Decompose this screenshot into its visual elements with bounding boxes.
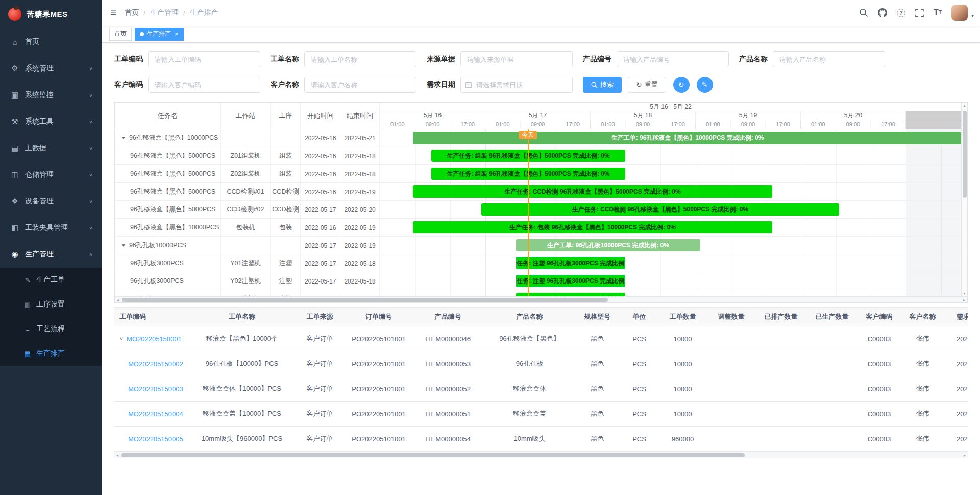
- breadcrumb-item[interactable]: 首页: [125, 8, 139, 17]
- gantt-task-row[interactable]: 96孔孔板3000PCSY03注塑机注塑2022-05-172022-05-18: [115, 290, 380, 296]
- orders-cell: C00003: [857, 410, 901, 418]
- order-name-input[interactable]: [304, 51, 416, 67]
- refresh-button[interactable]: ↻: [673, 77, 690, 93]
- gantt-task-row[interactable]: 96孔移液盒【黑色】5000PCSCCD检测#01CCD检测2022-05-16…: [115, 183, 380, 201]
- customer-name-input[interactable]: [304, 77, 416, 93]
- sidebar-subitem-process-route[interactable]: ≡工艺流程: [0, 317, 102, 341]
- gantt-bar-task[interactable]: 生产任务: 注塑 96孔孔板3000PCS 完成比例: 0%: [516, 293, 625, 296]
- logo[interactable]: 苦糖果MES: [0, 0, 102, 29]
- edit-button[interactable]: ✎: [697, 77, 713, 93]
- gantt-task-row[interactable]: 96孔移液盒【黑色】10000PCS包装机包装2022-05-162022-05…: [115, 219, 380, 237]
- sidebar-item-system-monitor[interactable]: ▣系统监控∨: [0, 82, 102, 108]
- gantt-bar-task[interactable]: 生产任务: 包装 96孔移液盒【黑色】10000PCS 完成比例: 0%: [413, 221, 772, 233]
- filter-field-order-code: 工单编码: [114, 51, 260, 67]
- scroll-down-icon[interactable]: ▼: [962, 292, 967, 295]
- menu-fold-icon[interactable]: ≡: [102, 0, 125, 26]
- order-code-link[interactable]: MO202205150004: [128, 410, 183, 418]
- source-doc-input[interactable]: [460, 51, 573, 67]
- gantt-bar-task[interactable]: 生产任务: CCD检测 96孔移液盒【黑色】5000PCS 完成比例: 0%: [413, 185, 772, 198]
- scroll-right-icon[interactable]: ▸: [961, 297, 967, 303]
- sidebar-subitem-process-setup[interactable]: ▥工序设置: [0, 292, 102, 317]
- gantt-task-row[interactable]: ▼96孔孔板10000PCS2022-05-172022-05-19: [115, 237, 380, 254]
- orders-horizontal-scrollbar[interactable]: ◂ ▸: [114, 452, 968, 458]
- demand-date-input[interactable]: [460, 77, 573, 93]
- order-code-link[interactable]: MO202205150001: [127, 335, 182, 343]
- gantt-task-row[interactable]: 96孔移液盒【黑色】5000PCSCCD检测#02CCD检测2022-05-17…: [115, 201, 380, 219]
- gantt-horizontal-scrollbar[interactable]: ◂ ▸: [115, 296, 967, 302]
- order-code-link[interactable]: MO202205150003: [128, 385, 183, 393]
- task-station: Z01组装机: [221, 147, 271, 165]
- scroll-up-icon[interactable]: ▲: [962, 104, 967, 107]
- caret-down-icon[interactable]: ▼: [121, 243, 126, 248]
- order-code-link[interactable]: MO202205150005: [128, 435, 183, 443]
- orders-cell: PO202205101001: [347, 410, 411, 418]
- github-icon[interactable]: [878, 8, 887, 17]
- scrollbar-thumb[interactable]: [963, 111, 967, 198]
- sidebar-item-fixture[interactable]: ◧工装夹具管理∨: [0, 215, 102, 241]
- reset-button[interactable]: ↻重置: [628, 77, 666, 93]
- content: 工单编码工单名称来源单据产品编号产品名称客户编码客户名称需求日期搜索↻重置↻✎ …: [102, 43, 980, 495]
- sidebar-item-system-mgmt[interactable]: ⚙系统管理∨: [0, 55, 102, 82]
- task-name-text: 96孔移液盒【黑色】10000PCS: [129, 134, 218, 143]
- sidebar-item-equipment[interactable]: ❖设备管理∨: [0, 188, 102, 215]
- gantt-task-row[interactable]: 96孔移液盒【黑色】5000PCSZ01组装机组装2022-05-162022-…: [115, 147, 380, 165]
- orders-cell: 客户订单: [293, 434, 347, 443]
- gantt-bar-task[interactable]: 生产任务: 注塑 96孔孔板3000PCS 完成比例: 0%: [516, 257, 625, 269]
- orders-cell: ITEM00000054: [411, 435, 485, 443]
- gantt-task-row[interactable]: 96孔孔板3000PCSY01注塑机注塑2022-05-172022-05-18: [115, 254, 380, 272]
- fullscreen-icon[interactable]: [915, 9, 924, 17]
- search-icon[interactable]: [859, 8, 868, 17]
- sidebar-subitem-production-order[interactable]: ✎生产工单: [0, 268, 102, 292]
- gantt-bar-task[interactable]: 生产任务: 注塑 96孔孔板3000PCS 完成比例: 0%: [516, 275, 625, 287]
- scroll-right-icon[interactable]: ▸: [962, 452, 968, 458]
- help-icon[interactable]: ?: [897, 9, 905, 17]
- table-row[interactable]: MO202205150003移液盒盒体【10000】PCS客户订单PO20220…: [114, 376, 968, 402]
- sidebar-item-system-tools[interactable]: ⚒系统工具∨: [0, 108, 102, 135]
- avatar-caret-icon[interactable]: ▾: [971, 13, 974, 21]
- orders-cell: 2022-05-: [944, 360, 968, 368]
- scrollbar-thumb[interactable]: [122, 298, 608, 302]
- gantt-day-header: 5月 165月 175月 185月 195月 20: [380, 111, 961, 120]
- breadcrumb-item[interactable]: 生产排产: [190, 8, 218, 17]
- gantt-task-row[interactable]: 96孔孔板3000PCSY02注塑机注塑2022-05-172022-05-18: [115, 272, 380, 290]
- sidebar-subitem-production-schedule[interactable]: ▦生产排产: [0, 341, 102, 366]
- sidebar-item-home[interactable]: ⌂首页: [0, 29, 102, 55]
- chevron-down-icon: ∨: [89, 66, 93, 71]
- gantt-grid-header: 任务名工作站工序开始时间结束时间: [115, 103, 380, 129]
- scrollbar-thumb[interactable]: [121, 453, 745, 457]
- gantt-task-row[interactable]: ▼96孔移液盒【黑色】10000PCS2022-05-162022-05-21: [115, 129, 380, 147]
- sidebar-item-master-data[interactable]: ▤主数据∨: [0, 135, 102, 161]
- table-row[interactable]: MO202205150004移液盒盒盖【10000】PCS客户订单PO20220…: [114, 402, 968, 427]
- tab-production-schedule[interactable]: 生产排产×: [135, 28, 184, 41]
- order-code-link[interactable]: MO202205150002: [128, 360, 183, 368]
- orders-cell: 移液盒盒盖: [485, 409, 574, 418]
- tab-close-icon[interactable]: ×: [175, 31, 179, 37]
- table-row[interactable]: ∨MO202205150001移液盒【黑色】10000个客户订单PO202205…: [114, 326, 968, 351]
- filter-label: 产品名称: [739, 55, 768, 64]
- gantt-bar-order[interactable]: 生产工单: 96孔移液盒【黑色】10000PCS 完成比例: 0%: [413, 132, 961, 144]
- expand-caret-icon[interactable]: ∨: [119, 336, 124, 341]
- product-code-input[interactable]: [617, 51, 729, 67]
- gantt-hour-label: 17:00: [555, 120, 591, 129]
- table-row[interactable]: MO20220515000296孔孔板【10000】PCS客户订单PO20220…: [114, 351, 968, 376]
- order-code-input[interactable]: [148, 51, 260, 67]
- scroll-left-icon[interactable]: ◂: [115, 297, 121, 303]
- gantt-vertical-scrollbar[interactable]: ▲ ▼: [961, 103, 967, 296]
- customer-code-input[interactable]: [148, 77, 260, 93]
- gantt-bar-task[interactable]: 生产任务: CCD检测 96孔移液盒【黑色】5000PCS 完成比例: 0%: [481, 203, 839, 216]
- breadcrumb-item[interactable]: 生产管理: [150, 8, 179, 17]
- task-end-time: 2022-05-18: [340, 290, 380, 296]
- gantt-bar-order[interactable]: 生产工单: 96孔孔板10000PCS 完成比例: 0%: [516, 239, 700, 251]
- font-size-icon[interactable]: TT: [934, 9, 942, 17]
- caret-down-icon[interactable]: ▼: [121, 136, 126, 140]
- product-name-input[interactable]: [773, 51, 885, 67]
- tab-home[interactable]: 首页: [109, 28, 132, 41]
- gantt-task-row[interactable]: 96孔移液盒【黑色】5000PCSZ02组装机组装2022-05-162022-…: [115, 165, 380, 183]
- sidebar-item-label: 主数据: [25, 144, 46, 153]
- sidebar-item-warehouse[interactable]: ◫仓储管理∨: [0, 161, 102, 188]
- search-button[interactable]: 搜索: [583, 77, 622, 93]
- table-row[interactable]: MO20220515000510mm吸头【960000】PCS客户订单PO202…: [114, 427, 968, 452]
- scroll-left-icon[interactable]: ◂: [114, 452, 120, 458]
- avatar[interactable]: [951, 5, 968, 21]
- sidebar-item-production[interactable]: ◉生产管理∧: [0, 241, 102, 268]
